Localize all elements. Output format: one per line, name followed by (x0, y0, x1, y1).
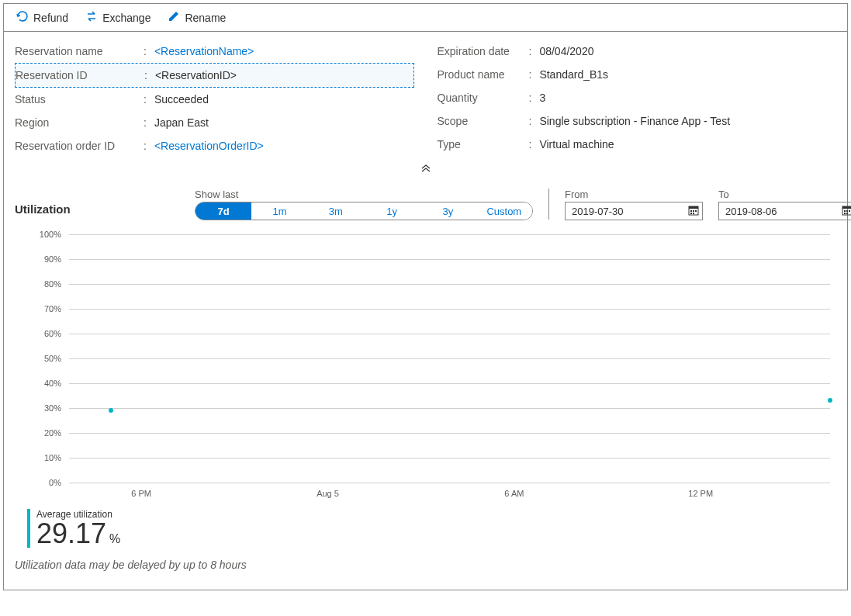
separator: : (529, 66, 532, 83)
detail-row: Region:Japan East (15, 111, 414, 134)
svg-rect-4 (695, 210, 697, 212)
calendar-icon (688, 205, 699, 218)
time-range-custom[interactable]: Custom (476, 202, 532, 220)
y-tick-label: 100% (15, 230, 61, 239)
to-date-input[interactable]: 2019-08-06 (718, 202, 851, 220)
show-last-group: Show last 7d1m3m1y3yCustom (195, 189, 533, 220)
x-tick-label: 6 PM (131, 489, 151, 498)
details-right: Expiration date:08/04/2020Product name:S… (438, 40, 837, 157)
detail-value-link[interactable]: <ReservationOrderID> (154, 137, 264, 154)
calendar-icon (842, 205, 851, 218)
svg-rect-2 (690, 210, 692, 212)
refund-label: Refund (33, 12, 68, 24)
svg-rect-1 (689, 206, 698, 209)
separator: : (144, 137, 147, 154)
detail-value: <ReservationID> (155, 67, 237, 84)
from-date-input[interactable]: 2019-07-30 (565, 202, 703, 220)
rename-label: Rename (185, 12, 226, 24)
detail-value: 3 (539, 89, 545, 106)
details-left: Reservation name:<ReservationName>Reserv… (15, 40, 414, 157)
x-tick-label: 6 AM (504, 489, 524, 498)
detail-label: Reservation ID (16, 67, 144, 84)
svg-rect-5 (690, 213, 692, 214)
utilization-title: Utilization (15, 189, 195, 216)
separator: : (144, 67, 147, 84)
time-range-1y[interactable]: 1y (364, 202, 420, 220)
collapse-toggle[interactable] (4, 162, 847, 179)
separator: : (144, 114, 147, 131)
detail-row: Reservation name:<ReservationName> (15, 40, 414, 63)
detail-value: 08/04/2020 (539, 43, 593, 60)
utilization-section: Utilization Show last 7d1m3m1y3yCustom F… (4, 179, 847, 590)
to-label: To (718, 189, 851, 200)
detail-row: Scope:Single subscription - Finance App … (438, 109, 837, 133)
rename-button[interactable]: Rename (160, 7, 234, 28)
time-range-segmented: 7d1m3m1y3yCustom (195, 202, 533, 220)
separator: : (529, 136, 532, 153)
detail-row: Expiration date:08/04/2020 (438, 40, 837, 63)
from-date-value: 2019-07-30 (572, 206, 624, 217)
stat-value: 29.17% (36, 520, 836, 548)
svg-rect-11 (849, 210, 850, 212)
detail-row: Reservation order ID:<ReservationOrderID… (15, 134, 414, 157)
y-tick-label: 0% (15, 478, 61, 487)
detail-label: Region (15, 114, 144, 131)
y-tick-label: 50% (15, 354, 61, 363)
separator: : (529, 89, 532, 106)
detail-row: Product name:Standard_B1s (438, 63, 837, 86)
y-tick-label: 90% (15, 254, 61, 264)
svg-rect-10 (846, 210, 848, 212)
details-grid: Reservation name:<ReservationName>Reserv… (4, 32, 847, 162)
chevron-up-double-icon (421, 164, 431, 175)
detail-value: Virtual machine (539, 136, 614, 153)
show-last-label: Show last (195, 189, 533, 200)
detail-label: Quantity (438, 89, 529, 106)
separator: : (144, 91, 147, 108)
detail-label: Reservation order ID (15, 137, 144, 154)
exchange-button[interactable]: Exchange (78, 7, 158, 28)
from-label: From (565, 189, 703, 200)
data-point (109, 408, 113, 413)
x-tick-label: 12 PM (688, 489, 713, 498)
time-range-7d[interactable]: 7d (195, 202, 251, 220)
detail-label: Product name (438, 66, 529, 83)
detail-label: Expiration date (438, 43, 529, 60)
svg-rect-6 (693, 213, 694, 214)
y-tick-label: 40% (15, 379, 61, 388)
detail-label: Reservation name (15, 43, 144, 60)
svg-rect-3 (693, 210, 694, 212)
pencil-icon (168, 10, 180, 25)
detail-row: Status:Succeeded (15, 88, 414, 111)
exchange-label: Exchange (102, 12, 150, 24)
detail-value-link[interactable]: <ReservationName> (154, 43, 254, 60)
data-point (828, 398, 832, 403)
y-tick-label: 80% (15, 279, 61, 289)
detail-label: Scope (438, 112, 529, 130)
detail-value: Standard_B1s (539, 66, 608, 83)
disclaimer-text: Utilization data may be delayed by up to… (15, 559, 836, 571)
detail-value: Succeeded (154, 91, 209, 108)
average-utilization-stat: Average utilization 29.17% (27, 509, 836, 548)
separator: : (529, 112, 532, 130)
svg-rect-8 (842, 206, 851, 209)
toolbar: Refund Exchange Rename (4, 4, 847, 32)
utilization-chart: 0%10%20%30%40%50%60%70%80%90%100% 6 PMAu… (15, 228, 836, 504)
detail-value: Japan East (154, 114, 209, 131)
time-range-3y[interactable]: 3y (420, 202, 476, 220)
reservation-panel: Refund Exchange Rename Reservation name:… (3, 3, 848, 590)
time-range-1m[interactable]: 1m (251, 202, 307, 220)
y-tick-label: 10% (15, 453, 61, 462)
time-range-3m[interactable]: 3m (308, 202, 364, 220)
refund-button[interactable]: Refund (9, 7, 76, 28)
detail-row: Type:Virtual machine (438, 133, 837, 156)
divider (548, 189, 549, 220)
y-tick-label: 70% (15, 304, 61, 313)
separator: : (529, 43, 532, 60)
exchange-icon (85, 10, 98, 25)
svg-rect-12 (844, 213, 846, 214)
detail-row: Quantity:3 (438, 86, 837, 109)
svg-rect-13 (846, 213, 848, 214)
refund-icon (16, 10, 29, 25)
to-date-value: 2019-08-06 (725, 206, 777, 217)
stat-label: Average utilization (36, 509, 836, 520)
